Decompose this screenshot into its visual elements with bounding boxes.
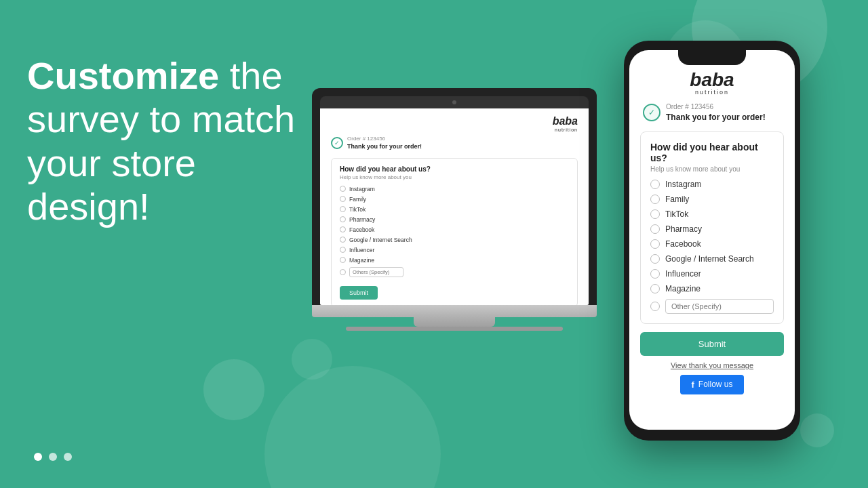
main-headline: Customize thesurvey to matchyour storede… (27, 54, 319, 229)
radio-magazine-laptop[interactable] (340, 257, 346, 263)
laptop-option-family[interactable]: Family (340, 196, 569, 203)
phone-mockup: baba nutrition ✓ Order # 123456 Thank yo… (624, 41, 800, 441)
radio-tiktok-laptop[interactable] (340, 206, 346, 212)
phone-screen-content: baba nutrition ✓ Order # 123456 Thank yo… (629, 50, 795, 405)
phone-facebook-button[interactable]: f Follow us (680, 375, 743, 394)
laptop-option-facebook[interactable]: Facebook (340, 226, 569, 233)
radio-family-phone[interactable] (650, 195, 660, 204)
phone-view-thank-you-link[interactable]: View thank you message (640, 361, 784, 369)
laptop-option-magazine[interactable]: Magazine (340, 257, 569, 264)
laptop-base (312, 305, 597, 317)
radio-facebook-laptop[interactable] (340, 226, 346, 232)
facebook-icon: f (691, 380, 694, 390)
radio-influencer-phone[interactable] (650, 269, 660, 279)
radio-instagram-laptop[interactable] (340, 186, 346, 192)
phone-option-magazine[interactable]: Magazine (650, 284, 774, 293)
laptop-question: How did you hear about us? (340, 165, 569, 173)
radio-pharmacy-laptop[interactable] (340, 216, 346, 222)
laptop-order-info: ✓ Order # 123456 Thank you for your orde… (331, 135, 578, 151)
laptop-option-google[interactable]: Google / Internet Search (340, 237, 569, 243)
phone-notch (678, 50, 746, 65)
laptop-screen-inner: baba nutrition ✓ Order # 123456 Thank yo… (320, 108, 589, 305)
laptop-top-bar (320, 96, 589, 108)
phone-survey-card: How did you hear about us? Help us know … (640, 131, 784, 324)
phone-option-facebook[interactable]: Facebook (650, 239, 774, 249)
headline-section: Customize thesurvey to matchyour storede… (27, 54, 319, 229)
radio-instagram-phone[interactable] (650, 180, 660, 189)
phone-other-row[interactable] (650, 299, 774, 314)
laptop-survey-content: baba nutrition ✓ Order # 123456 Thank yo… (320, 108, 589, 305)
laptop-option-others[interactable] (340, 267, 569, 277)
laptop-other-input[interactable] (349, 267, 403, 277)
laptop-mockup: baba nutrition ✓ Order # 123456 Thank yo… (312, 88, 597, 331)
radio-facebook-phone[interactable] (650, 239, 660, 249)
laptop-screen-outer: baba nutrition ✓ Order # 123456 Thank yo… (312, 88, 597, 305)
radio-other-phone[interactable] (650, 302, 660, 311)
bg-circle-6 (264, 366, 441, 488)
laptop-option-influencer[interactable]: Influencer (340, 247, 569, 253)
radio-influencer-laptop[interactable] (340, 247, 346, 253)
phone-option-family[interactable]: Family (650, 195, 774, 204)
dot-3[interactable] (64, 453, 72, 461)
laptop-brand: baba nutrition (331, 115, 578, 132)
laptop-survey-card: How did you hear about us? Help us know … (331, 158, 578, 305)
phone-option-google[interactable]: Google / Internet Search (650, 254, 774, 264)
phone-option-influencer[interactable]: Influencer (650, 269, 774, 279)
laptop-submit-button[interactable]: Submit (340, 286, 378, 300)
phone-check-icon: ✓ (643, 104, 660, 121)
laptop-option-tiktok[interactable]: TikTok (340, 206, 569, 213)
radio-google-laptop[interactable] (340, 237, 346, 243)
phone-screen: baba nutrition ✓ Order # 123456 Thank yo… (629, 50, 795, 430)
radio-magazine-phone[interactable] (650, 284, 660, 293)
laptop-foot (346, 327, 563, 331)
facebook-button-label: Follow us (698, 380, 733, 389)
phone-option-pharmacy[interactable]: Pharmacy (650, 224, 774, 234)
phone-question: How did you hear about us? (650, 142, 774, 163)
laptop-check-icon: ✓ (331, 137, 343, 149)
laptop-option-pharmacy[interactable]: Pharmacy (340, 216, 569, 223)
radio-family-laptop[interactable] (340, 196, 346, 202)
bg-circle-5 (800, 413, 834, 447)
dot-2[interactable] (49, 453, 57, 461)
phone-option-instagram[interactable]: Instagram (650, 180, 774, 189)
phone-brand: baba nutrition (640, 70, 784, 96)
bg-circle-3 (203, 359, 264, 420)
radio-google-phone[interactable] (650, 254, 660, 264)
laptop-stand (414, 317, 495, 327)
dot-1[interactable] (34, 453, 42, 461)
phone-outer: baba nutrition ✓ Order # 123456 Thank yo… (624, 41, 800, 441)
radio-pharmacy-phone[interactable] (650, 224, 660, 234)
phone-subtext: Help us know more about you (650, 165, 774, 173)
headline-bold: Customize (27, 54, 219, 97)
phone-other-input[interactable] (665, 299, 774, 314)
pagination-dots (34, 453, 72, 461)
laptop-subtext: Help us know more about you (340, 174, 569, 180)
laptop-option-instagram[interactable]: Instagram (340, 186, 569, 192)
phone-order-text: Order # 123456 Thank you for your order! (666, 102, 766, 123)
radio-tiktok-phone[interactable] (650, 209, 660, 219)
phone-submit-button[interactable]: Submit (640, 332, 784, 356)
phone-order-info: ✓ Order # 123456 Thank you for your orde… (640, 102, 784, 123)
laptop-camera (452, 100, 456, 104)
radio-others-laptop[interactable] (340, 269, 346, 275)
laptop-order-text: Order # 123456 Thank you for your order! (347, 135, 422, 151)
phone-option-tiktok[interactable]: TikTok (650, 209, 774, 219)
